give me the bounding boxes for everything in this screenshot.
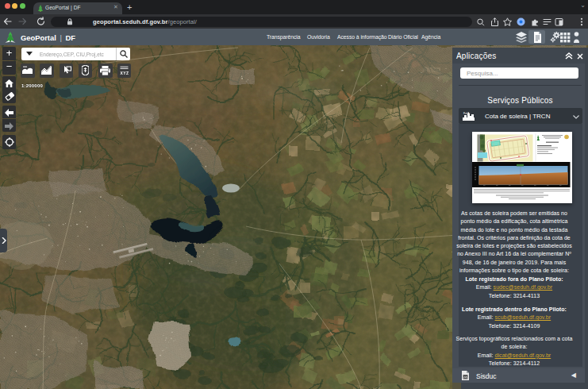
svg-text:Profile: Profile bbox=[463, 112, 470, 115]
svg-text:XYZ: XYZ bbox=[120, 70, 129, 75]
